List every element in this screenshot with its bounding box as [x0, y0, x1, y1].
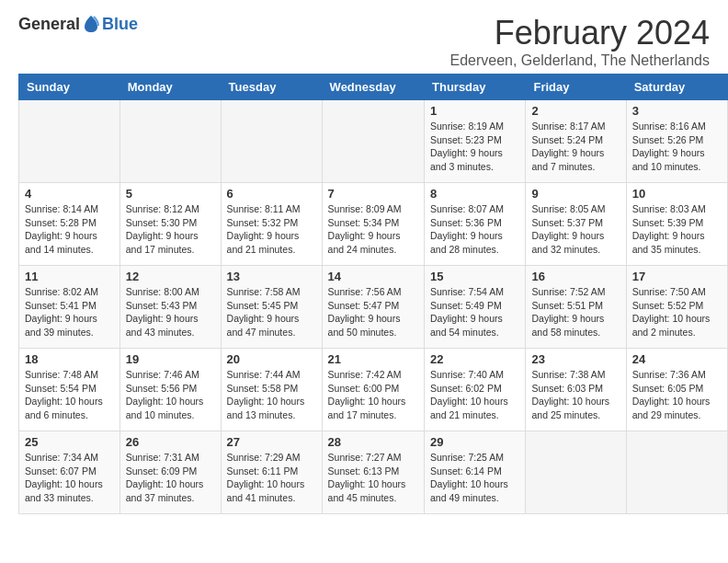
col-friday: Friday — [526, 75, 626, 100]
day-info: Sunrise: 7:50 AM Sunset: 5:52 PM Dayligh… — [632, 285, 722, 339]
day-number: 21 — [328, 352, 418, 366]
day-info: Sunrise: 7:48 AM Sunset: 5:54 PM Dayligh… — [25, 368, 114, 422]
day-number: 10 — [632, 187, 722, 201]
day-info: Sunrise: 8:14 AM Sunset: 5:28 PM Dayligh… — [25, 202, 114, 257]
table-row: 28Sunrise: 7:27 AM Sunset: 6:13 PM Dayli… — [322, 431, 424, 514]
col-wednesday: Wednesday — [322, 75, 424, 100]
table-row: 1Sunrise: 8:19 AM Sunset: 5:23 PM Daylig… — [425, 100, 526, 183]
table-row: 10Sunrise: 8:03 AM Sunset: 5:39 PM Dayli… — [626, 183, 727, 266]
table-row — [19, 100, 120, 183]
day-number: 18 — [25, 352, 114, 366]
day-info: Sunrise: 7:29 AM Sunset: 6:11 PM Dayligh… — [227, 451, 316, 505]
table-row: 16Sunrise: 7:52 AM Sunset: 5:51 PM Dayli… — [526, 266, 626, 349]
day-info: Sunrise: 7:56 AM Sunset: 5:47 PM Dayligh… — [328, 285, 418, 339]
table-row — [526, 431, 626, 514]
day-info: Sunrise: 8:03 AM Sunset: 5:39 PM Dayligh… — [632, 202, 722, 257]
day-info: Sunrise: 7:54 AM Sunset: 5:49 PM Dayligh… — [430, 285, 519, 339]
day-number: 13 — [227, 270, 316, 283]
col-tuesday: Tuesday — [221, 75, 322, 100]
day-number: 11 — [25, 270, 114, 283]
day-number: 26 — [126, 435, 215, 449]
day-info: Sunrise: 8:19 AM Sunset: 5:23 PM Dayligh… — [430, 120, 519, 174]
day-info: Sunrise: 8:00 AM Sunset: 5:43 PM Dayligh… — [126, 285, 215, 339]
day-number: 12 — [126, 270, 215, 283]
day-info: Sunrise: 7:52 AM Sunset: 5:51 PM Dayligh… — [531, 285, 620, 339]
table-row: 9Sunrise: 8:05 AM Sunset: 5:37 PM Daylig… — [526, 183, 626, 266]
calendar-table: Sunday Monday Tuesday Wednesday Thursday… — [18, 74, 728, 514]
day-number: 16 — [531, 270, 620, 283]
table-row: 24Sunrise: 7:36 AM Sunset: 6:05 PM Dayli… — [626, 349, 727, 431]
day-number: 2 — [531, 104, 620, 118]
day-info: Sunrise: 7:31 AM Sunset: 6:09 PM Dayligh… — [126, 451, 215, 505]
table-row — [119, 100, 221, 183]
day-number: 14 — [328, 270, 418, 283]
table-row: 22Sunrise: 7:40 AM Sunset: 6:02 PM Dayli… — [425, 349, 526, 431]
day-info: Sunrise: 7:25 AM Sunset: 6:14 PM Dayligh… — [430, 451, 519, 505]
table-row: 6Sunrise: 8:11 AM Sunset: 5:32 PM Daylig… — [221, 183, 322, 266]
day-number: 8 — [430, 187, 519, 201]
table-row: 11Sunrise: 8:02 AM Sunset: 5:41 PM Dayli… — [19, 266, 120, 349]
day-number: 1 — [430, 104, 519, 118]
table-row: 20Sunrise: 7:44 AM Sunset: 5:58 PM Dayli… — [221, 349, 322, 431]
table-row: 29Sunrise: 7:25 AM Sunset: 6:14 PM Dayli… — [425, 431, 526, 514]
table-row: 7Sunrise: 8:09 AM Sunset: 5:34 PM Daylig… — [322, 183, 424, 266]
logo: General Blue — [18, 14, 138, 34]
table-row: 18Sunrise: 7:48 AM Sunset: 5:54 PM Dayli… — [19, 349, 120, 431]
day-info: Sunrise: 8:02 AM Sunset: 5:41 PM Dayligh… — [25, 285, 114, 339]
table-row: 3Sunrise: 8:16 AM Sunset: 5:26 PM Daylig… — [626, 100, 727, 183]
col-monday: Monday — [119, 75, 221, 100]
logo-general-text: General — [18, 15, 80, 34]
day-number: 24 — [632, 352, 722, 366]
table-row: 17Sunrise: 7:50 AM Sunset: 5:52 PM Dayli… — [626, 266, 727, 349]
table-row: 5Sunrise: 8:12 AM Sunset: 5:30 PM Daylig… — [119, 183, 221, 266]
header: General Blue February 2024 Ederveen, Gel… — [0, 0, 728, 74]
day-info: Sunrise: 7:27 AM Sunset: 6:13 PM Dayligh… — [328, 451, 418, 505]
table-row: 21Sunrise: 7:42 AM Sunset: 6:00 PM Dayli… — [322, 349, 424, 431]
day-info: Sunrise: 7:34 AM Sunset: 6:07 PM Dayligh… — [25, 451, 114, 505]
day-number: 3 — [632, 104, 722, 118]
day-number: 4 — [25, 187, 114, 201]
day-number: 17 — [632, 270, 722, 283]
day-number: 22 — [430, 352, 519, 366]
table-row: 27Sunrise: 7:29 AM Sunset: 6:11 PM Dayli… — [221, 431, 322, 514]
day-info: Sunrise: 8:05 AM Sunset: 5:37 PM Dayligh… — [531, 202, 620, 257]
table-row: 23Sunrise: 7:38 AM Sunset: 6:03 PM Dayli… — [526, 349, 626, 431]
col-sunday: Sunday — [19, 75, 120, 100]
logo-icon — [81, 14, 101, 34]
day-number: 6 — [227, 187, 316, 201]
table-row: 2Sunrise: 8:17 AM Sunset: 5:24 PM Daylig… — [526, 100, 626, 183]
location-title: Ederveen, Gelderland, The Netherlands — [449, 52, 710, 69]
day-info: Sunrise: 8:07 AM Sunset: 5:36 PM Dayligh… — [430, 202, 519, 257]
day-number: 23 — [531, 352, 620, 366]
day-number: 29 — [430, 435, 519, 449]
col-thursday: Thursday — [425, 75, 526, 100]
col-saturday: Saturday — [626, 75, 727, 100]
table-row — [322, 100, 424, 183]
day-number: 5 — [126, 187, 215, 201]
table-row: 15Sunrise: 7:54 AM Sunset: 5:49 PM Dayli… — [425, 266, 526, 349]
day-number: 15 — [430, 270, 519, 283]
day-info: Sunrise: 7:36 AM Sunset: 6:05 PM Dayligh… — [632, 368, 722, 422]
day-info: Sunrise: 7:46 AM Sunset: 5:56 PM Dayligh… — [126, 368, 215, 422]
table-row: 25Sunrise: 7:34 AM Sunset: 6:07 PM Dayli… — [19, 431, 120, 514]
table-row — [221, 100, 322, 183]
table-row: 4Sunrise: 8:14 AM Sunset: 5:28 PM Daylig… — [19, 183, 120, 266]
day-info: Sunrise: 7:42 AM Sunset: 6:00 PM Dayligh… — [328, 368, 418, 422]
day-number: 28 — [328, 435, 418, 449]
logo-blue-text: Blue — [102, 15, 138, 34]
table-row — [626, 431, 727, 514]
day-number: 7 — [328, 187, 418, 201]
table-row: 13Sunrise: 7:58 AM Sunset: 5:45 PM Dayli… — [221, 266, 322, 349]
day-info: Sunrise: 7:40 AM Sunset: 6:02 PM Dayligh… — [430, 368, 519, 422]
day-info: Sunrise: 7:58 AM Sunset: 5:45 PM Dayligh… — [227, 285, 316, 339]
day-number: 9 — [531, 187, 620, 201]
day-info: Sunrise: 8:12 AM Sunset: 5:30 PM Dayligh… — [126, 202, 215, 257]
day-number: 25 — [25, 435, 114, 449]
day-info: Sunrise: 8:09 AM Sunset: 5:34 PM Dayligh… — [328, 202, 418, 257]
day-info: Sunrise: 7:44 AM Sunset: 5:58 PM Dayligh… — [227, 368, 316, 422]
day-info: Sunrise: 7:38 AM Sunset: 6:03 PM Dayligh… — [531, 368, 620, 422]
day-number: 20 — [227, 352, 316, 366]
month-title: February 2024 — [449, 14, 710, 52]
table-row: 19Sunrise: 7:46 AM Sunset: 5:56 PM Dayli… — [119, 349, 221, 431]
day-info: Sunrise: 8:16 AM Sunset: 5:26 PM Dayligh… — [632, 120, 722, 174]
